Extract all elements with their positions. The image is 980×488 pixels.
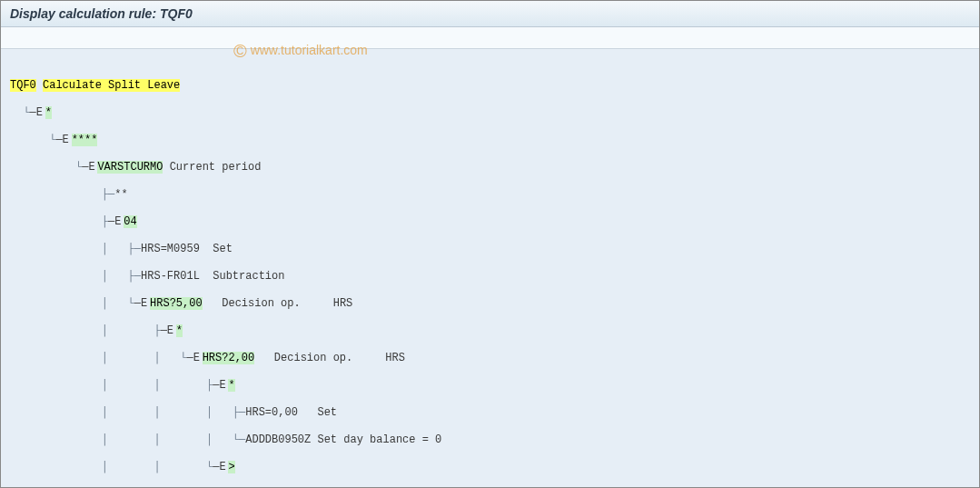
- expand-icon[interactable]: ─E: [186, 352, 195, 365]
- tree-node[interactable]: │ │ └─E >: [10, 461, 970, 474]
- expand-icon[interactable]: ─E: [134, 297, 144, 311]
- expand-icon[interactable]: ─E: [55, 134, 64, 147]
- content-area: © www.tutorialkart.com TQF0 Calculate Sp…: [1, 49, 979, 488]
- tree-node[interactable]: └─E *: [10, 106, 970, 120]
- tree-node[interactable]: └─E VARSTCURMO Current period: [10, 161, 970, 174]
- tree-node[interactable]: │ ├─E *: [10, 324, 970, 338]
- expand-icon[interactable]: ─E: [108, 215, 117, 229]
- tree-node[interactable]: │ │ └─E HRS?2,00 Decision op. HRS: [10, 352, 970, 365]
- expand-icon[interactable]: ─E: [30, 106, 39, 120]
- expand-icon[interactable]: ─E: [213, 461, 222, 474]
- tree-node[interactable]: │ │ ├─E *: [10, 379, 970, 393]
- tree-root[interactable]: TQF0 Calculate Split Leave: [10, 79, 970, 93]
- tree-node[interactable]: ├─E 04: [10, 215, 970, 229]
- expand-icon[interactable]: ─E: [82, 161, 91, 174]
- calc-rule-tree[interactable]: TQF0 Calculate Split Leave └─E * └─E ***…: [10, 65, 970, 488]
- toolbar-strip: [1, 27, 979, 49]
- tree-node[interactable]: │ ├─HRS-FR01L Subtraction: [10, 270, 970, 284]
- expand-icon[interactable]: ─E: [161, 324, 170, 338]
- tree-node[interactable]: ├─**: [10, 188, 970, 202]
- tree-node[interactable]: └─E ****: [10, 134, 970, 147]
- expand-icon[interactable]: ─E: [213, 379, 222, 393]
- page-title: Display calculation rule: TQF0: [10, 6, 193, 21]
- page-title-bar: Display calculation rule: TQF0: [1, 1, 979, 27]
- tree-node[interactable]: │ │ │ ├─HRS=0,00 Set: [10, 406, 970, 420]
- tree-node[interactable]: │ └─E HRS?5,00 Decision op. HRS: [10, 297, 970, 311]
- tree-node[interactable]: │ ├─HRS=M0959 Set: [10, 243, 970, 256]
- tree-node[interactable]: │ │ │ └─ADDDB0950Z Set day balance = 0: [10, 433, 970, 447]
